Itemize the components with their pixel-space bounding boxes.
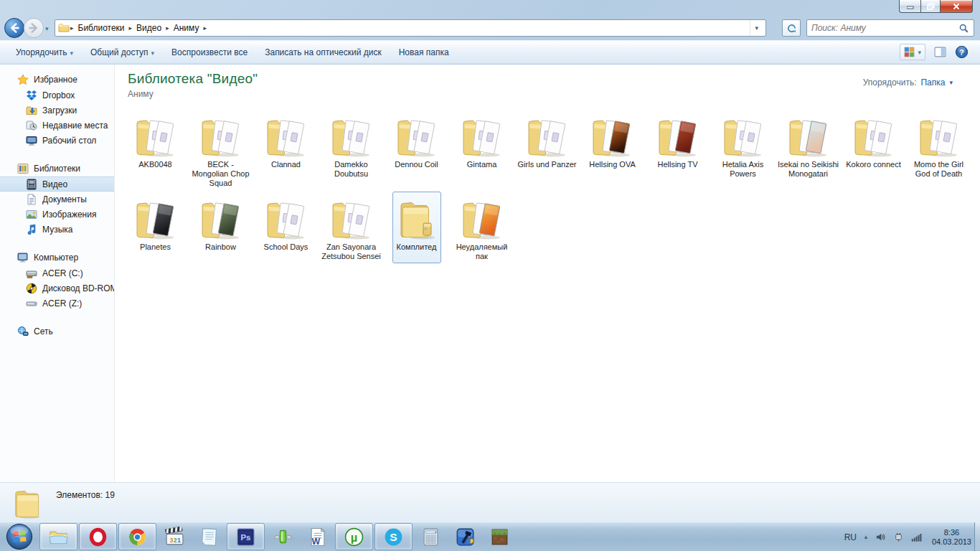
sidebar-section-favorites-header[interactable]: Избранное <box>0 72 114 88</box>
folder-tile[interactable]: Planetes <box>123 192 188 263</box>
folder-tile[interactable]: Momo the Girl God of Death <box>906 109 971 190</box>
volume-icon[interactable] <box>875 532 887 543</box>
sidebar-item-downloads[interactable]: Загрузки <box>0 103 114 118</box>
folder-tile[interactable]: Неудаляемый пак <box>449 192 514 263</box>
folder-tile[interactable]: Gintama <box>449 109 514 190</box>
caption-buttons <box>899 0 973 13</box>
taskbar-button-aimp[interactable] <box>266 523 299 550</box>
taskbar-button-game-launcher[interactable] <box>448 523 481 550</box>
help-icon: ? <box>955 45 969 59</box>
folder-tile[interactable]: Damekko Doubutsu <box>319 109 384 190</box>
folder-tile[interactable]: Dennou Coil <box>384 109 449 190</box>
folder-tile[interactable]: Zan Sayonara Zetsubou Sensei <box>319 192 384 263</box>
organize-button[interactable]: Упорядочить▾ <box>7 44 82 61</box>
folder-tile[interactable]: Kokoro connect <box>841 109 906 190</box>
folder-tile[interactable]: Hetalia Axis Powers <box>710 109 776 190</box>
sidebar-item-pictures[interactable]: Изображения <box>0 207 114 222</box>
taskbar-button-utorrent[interactable]: µ <box>335 523 373 550</box>
folder-tile-inner: Rainbow <box>197 192 245 263</box>
taskbar-button-calculator[interactable]: 0 <box>414 523 447 550</box>
preview-pane-button[interactable] <box>934 46 946 58</box>
maximize-restore-button[interactable] <box>920 0 941 13</box>
search-icon[interactable] <box>958 23 969 34</box>
sidebar-section-network: Сеть <box>0 324 114 339</box>
history-dropdown-icon[interactable]: ▾ <box>45 25 49 32</box>
folder-tile[interactable]: Clannad <box>253 109 319 190</box>
help-button[interactable]: ? <box>955 45 969 59</box>
sidebar-item-label: Видео <box>42 179 67 189</box>
sidebar-item-music[interactable]: Музыка <box>0 222 114 237</box>
folder-tile[interactable]: Hellsing TV <box>645 109 710 190</box>
show-desktop-button[interactable] <box>974 522 980 551</box>
sidebar-section-libraries-header[interactable]: Библиотеки <box>0 161 114 176</box>
opera-icon <box>88 527 108 547</box>
clock[interactable]: 8:36 04.03.2013 <box>929 528 971 547</box>
folder-tile[interactable]: Girls und Panzer <box>514 109 580 190</box>
sidebar-item-videos[interactable]: Видео <box>0 176 114 192</box>
breadcrumb-item[interactable]: Аниму <box>170 23 203 33</box>
sidebar-item-label: ACER (Z:) <box>42 298 82 309</box>
taskbar-button-photoshop[interactable]: Ps <box>227 523 265 550</box>
folder-tile[interactable]: Комплитед <box>384 192 449 263</box>
taskbar-button-minecraft[interactable] <box>483 523 516 550</box>
address-bar[interactable]: ▸Библиотеки▸Видео▸Аниму▸ ▾ <box>55 19 766 37</box>
command-bar-right: ▾ ? <box>900 44 973 60</box>
safely-remove-icon[interactable] <box>893 532 905 543</box>
start-button[interactable] <box>0 522 39 551</box>
share-button[interactable]: Общий доступ▾ <box>82 44 163 61</box>
folder-tile[interactable]: AKB0048 <box>123 109 188 190</box>
arrange-caret-icon[interactable]: ▾ <box>949 79 953 86</box>
sidebar-item-documents[interactable]: Документы <box>0 192 114 207</box>
change-view-button[interactable]: ▾ <box>900 44 925 60</box>
taskbar-button-explorer[interactable] <box>39 523 77 550</box>
breadcrumb-item[interactable]: Видео <box>133 23 165 33</box>
arrange-value[interactable]: Папка <box>920 77 945 88</box>
folder-label: Hellsing OVA <box>589 160 636 169</box>
hidden-icons-button[interactable]: ▲ <box>863 534 869 540</box>
details-pane: Элементов: 19 <box>0 482 980 522</box>
new-folder-button[interactable]: Новая папка <box>390 44 458 61</box>
forward-button[interactable] <box>24 18 44 38</box>
breadcrumb-separator-icon[interactable]: ▸ <box>202 24 207 32</box>
svg-text:µ: µ <box>351 530 358 544</box>
play-all-button[interactable]: Воспроизвести все <box>163 44 256 61</box>
network-signal-icon[interactable] <box>911 532 923 543</box>
minimize-button[interactable] <box>899 0 920 13</box>
navigation-pane: ИзбранноеDropboxЗагрузкиНедавние местаРа… <box>0 65 115 482</box>
taskbar-button-chrome[interactable] <box>118 523 156 550</box>
drive-icon <box>26 298 37 309</box>
downloads-icon <box>26 105 37 116</box>
close-button[interactable] <box>941 0 973 13</box>
sidebar-section-computer: КомпьютерACER (C:)Дисковод BD-ROMACER (Z… <box>0 250 114 311</box>
folder-tile[interactable]: Rainbow <box>188 192 253 263</box>
back-button[interactable] <box>4 18 24 38</box>
taskbar-button-media-player-classic[interactable]: 321 <box>158 523 191 550</box>
folder-tile[interactable]: BECK - Mongolian Chop Squad <box>188 109 253 190</box>
folder-tile[interactable]: Hellsing OVA <box>580 109 645 190</box>
folder-tile-inner: Momo the Girl God of Death <box>907 109 971 190</box>
folder-icon <box>198 112 244 158</box>
sidebar-item-acer-c[interactable]: ACER (C:) <box>0 265 114 281</box>
folder-tile[interactable]: School Days <box>253 192 319 263</box>
folder-tile[interactable]: Isekai no Seikishi Monogatari <box>776 109 841 190</box>
sidebar-item-bd-rom[interactable]: Дисковод BD-ROM <box>0 281 114 296</box>
sidebar-item-recent-places[interactable]: Недавние места <box>0 118 114 133</box>
burn-disc-button[interactable]: Записать на оптический диск <box>256 44 390 61</box>
sidebar-section-network-header[interactable]: Сеть <box>0 324 114 339</box>
taskbar-button-word[interactable]: W <box>301 523 334 550</box>
address-dropdown-icon[interactable]: ▾ <box>750 20 763 36</box>
system-tray: RU ▲ 8:36 04.03.2013 <box>844 522 971 551</box>
taskbar-button-skype[interactable]: S <box>374 523 413 550</box>
taskbar-button-opera[interactable] <box>79 523 117 550</box>
svg-text:W: W <box>311 536 320 546</box>
sidebar-item-desktop[interactable]: Рабочий стол <box>0 133 114 148</box>
sidebar-section-computer-header[interactable]: Компьютер <box>0 250 114 265</box>
sidebar-item-dropbox[interactable]: Dropbox <box>0 88 114 103</box>
breadcrumb-item[interactable]: Библиотеки <box>75 23 128 33</box>
folder-label: Isekai no Seikishi Monogatari <box>778 160 839 179</box>
search-input[interactable] <box>811 23 958 33</box>
refresh-button[interactable] <box>782 19 801 37</box>
taskbar-button-notepad[interactable] <box>192 523 225 550</box>
language-indicator[interactable]: RU <box>844 532 857 542</box>
sidebar-item-acer-z[interactable]: ACER (Z:) <box>0 296 114 311</box>
